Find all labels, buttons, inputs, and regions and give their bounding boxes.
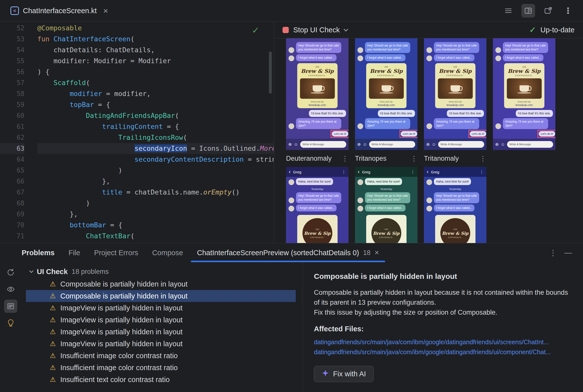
brew-sip-card: Brew & Sip COFFEE&CO. bbox=[366, 215, 407, 243]
line-number[interactable]: 66 bbox=[0, 176, 24, 187]
code-line[interactable]: title = chatDetails.name.orEmpty() bbox=[37, 187, 274, 198]
problem-item[interactable]: ⚠ImageView is partially hidden in layout bbox=[26, 314, 296, 326]
line-number[interactable]: 56 bbox=[0, 66, 24, 77]
split-editor-icon[interactable] bbox=[522, 4, 535, 17]
chevron-down-icon[interactable] bbox=[29, 269, 34, 273]
stop-ui-check-button[interactable]: Stop UI Check bbox=[282, 26, 340, 34]
line-number[interactable]: 58 bbox=[0, 88, 24, 99]
code-line[interactable]: DatingAndFriendsAppBar( bbox=[37, 110, 274, 121]
problem-item[interactable]: ⚠Insufficient image color contrast ratio bbox=[26, 362, 296, 374]
line-number[interactable]: 63 bbox=[0, 143, 24, 154]
align-lines-icon[interactable] bbox=[502, 4, 515, 17]
line-number[interactable]: 57 bbox=[0, 77, 24, 88]
preview-menu-icon[interactable]: ⋮ bbox=[342, 154, 349, 163]
code-line[interactable]: modifier = Modifier.navigationBarsPaddin… bbox=[37, 242, 274, 243]
code-line[interactable]: bottomBar = { bbox=[37, 220, 274, 230]
brand-subtitle: COFFEE&CO. bbox=[437, 74, 473, 76]
message-row: Hey! Should we go to that cafe you menti… bbox=[495, 42, 553, 53]
code-line[interactable]: secondaryContentDescription = strin bbox=[37, 154, 274, 165]
code-line[interactable]: fun ChatInterfaceScreen( bbox=[37, 34, 274, 44]
line-number[interactable]: 52 bbox=[0, 23, 24, 34]
line-number[interactable]: 69 bbox=[0, 209, 24, 220]
affected-file-link[interactable]: datingandfriends/src/main/java/com/ibm/g… bbox=[314, 337, 572, 347]
code-line[interactable]: ) { bbox=[37, 66, 274, 77]
code-line[interactable]: secondaryIcon = Icons.Outlined.More bbox=[37, 143, 274, 154]
tab-chatinterfacescreen-kt[interactable]: < ChatInterfaceScreen.kt × bbox=[9, 0, 110, 22]
preview-menu-icon[interactable]: ⋮ bbox=[479, 154, 486, 163]
code-line[interactable]: }, bbox=[37, 209, 274, 220]
preview-phone[interactable]: ‹ Greg ⋮ Haha, next time for sure!Yester… bbox=[424, 167, 486, 243]
line-number[interactable]: 60 bbox=[0, 110, 24, 121]
code-line[interactable]: modifier = modifier, bbox=[37, 88, 274, 99]
steam-icon bbox=[453, 228, 457, 230]
code-line[interactable]: Scaffold( bbox=[37, 77, 274, 88]
line-number[interactable]: 61 bbox=[0, 121, 24, 132]
tab-compose[interactable]: Compose bbox=[145, 243, 190, 262]
tab-file[interactable]: File bbox=[62, 243, 87, 262]
preview-phone[interactable]: Hey! Should we go to that cafe you menti… bbox=[286, 38, 349, 150]
code-line[interactable]: ) bbox=[37, 165, 274, 176]
problems-tab-bar: Problems File Project Errors Compose Cha… bbox=[0, 243, 583, 262]
lightbulb-icon[interactable] bbox=[5, 317, 17, 329]
preview-phone[interactable]: ‹ Greg ⋮ Haha, next time for sure!Yester… bbox=[286, 167, 349, 243]
line-number[interactable]: 62 bbox=[0, 132, 24, 143]
clipped-bubble: Let's do it! bbox=[470, 131, 486, 136]
code-line[interactable]: ) bbox=[37, 198, 274, 209]
line-number[interactable]: 68 bbox=[0, 198, 24, 209]
problem-item[interactable]: ⚠Insufficient text color contrast ratio bbox=[26, 374, 296, 386]
refresh-icon[interactable] bbox=[5, 266, 17, 278]
problem-item[interactable]: ⚠ImageView is partially hidden in layout bbox=[26, 338, 296, 350]
preview-phone[interactable]: Hey! Should we go to that cafe you menti… bbox=[493, 38, 555, 150]
line-number[interactable]: 55 bbox=[0, 56, 24, 66]
problem-item[interactable]: ⚠Composable is partially hidden in layou… bbox=[26, 278, 296, 290]
preview-phone[interactable]: Hey! Should we go to that cafe you menti… bbox=[424, 38, 486, 150]
line-number[interactable]: 65 bbox=[0, 165, 24, 176]
problems-window-title[interactable]: Problems bbox=[22, 243, 62, 262]
problem-item[interactable]: ⚠Composable is partially hidden in layou… bbox=[26, 290, 296, 302]
hide-panel-icon[interactable]: — bbox=[564, 248, 572, 257]
editor-code[interactable]: @Composablefun ChatInterfaceScreen( chat… bbox=[37, 23, 274, 243]
line-number[interactable]: 59 bbox=[0, 99, 24, 110]
eye-icon[interactable] bbox=[5, 283, 17, 296]
line-number[interactable]: 71 bbox=[0, 230, 24, 242]
close-tab-icon[interactable]: × bbox=[375, 248, 379, 257]
code-line[interactable]: modifier: Modifier = Modifier bbox=[37, 56, 274, 66]
code-line[interactable]: chatDetails: ChatDetails, bbox=[37, 44, 274, 56]
affected-file-link[interactable]: datingandfriends/src/main/java/com/ibm/g… bbox=[314, 347, 572, 357]
close-tab-icon[interactable]: × bbox=[103, 6, 108, 16]
problems-group-row[interactable]: UI Check 18 problems bbox=[22, 265, 303, 278]
line-number[interactable]: 72 bbox=[0, 242, 24, 243]
line-number[interactable]: 54 bbox=[0, 44, 24, 56]
code-editor[interactable]: 5253545556575859606162636465666768697071… bbox=[0, 22, 274, 243]
line-number[interactable]: 53 bbox=[0, 34, 24, 44]
problem-item[interactable]: ⚠Insufficient image color contrast ratio bbox=[26, 350, 296, 362]
problem-details-pane: Composable is partially hidden in layout… bbox=[303, 262, 583, 392]
line-number[interactable]: 70 bbox=[0, 220, 24, 230]
line-number[interactable]: 67 bbox=[0, 187, 24, 198]
preview-phone[interactable]: Hey! Should we go to that cafe you menti… bbox=[355, 38, 417, 150]
line-number[interactable]: 64 bbox=[0, 154, 24, 165]
code-line[interactable]: }, bbox=[37, 176, 274, 187]
chevron-down-icon[interactable] bbox=[344, 27, 348, 31]
details-view-icon[interactable] bbox=[5, 300, 17, 312]
message-row: I'd love that! It's this one. bbox=[358, 110, 415, 117]
avatar bbox=[426, 56, 432, 61]
chat-bubble: Hey! Should we go to that cafe you menti… bbox=[503, 42, 548, 53]
open-in-window-icon[interactable] bbox=[542, 4, 555, 17]
preview-phone[interactable]: ‹ Greg ⋮ Haha, next time for sure!Yester… bbox=[355, 167, 417, 243]
editor-scrollbar[interactable] bbox=[269, 52, 272, 94]
problem-item[interactable]: ⚠ImageView is partially hidden in layout bbox=[26, 326, 296, 338]
code-line[interactable]: trailingContent = { bbox=[37, 121, 274, 132]
more-options-icon[interactable] bbox=[561, 4, 574, 17]
inspections-ok-icon[interactable]: ✓ bbox=[252, 25, 259, 36]
code-line[interactable]: TrailingIconsRow( bbox=[37, 132, 274, 143]
code-line[interactable]: ChatTextBar( bbox=[37, 230, 274, 242]
code-line[interactable]: @Composable bbox=[37, 23, 274, 34]
fix-with-ai-button[interactable]: Fix with AI bbox=[314, 366, 374, 382]
code-line[interactable]: topBar = { bbox=[37, 99, 274, 110]
tab-project-errors[interactable]: Project Errors bbox=[87, 243, 145, 262]
more-options-icon[interactable]: ⋮ bbox=[549, 248, 557, 258]
tab-uicheck-preview[interactable]: ChatInterfaceScreenPreview (sortedChatDe… bbox=[190, 243, 386, 262]
problem-item[interactable]: ⚠ImageView is partially hidden in layout bbox=[26, 302, 296, 314]
preview-menu-icon[interactable]: ⋮ bbox=[411, 154, 417, 163]
